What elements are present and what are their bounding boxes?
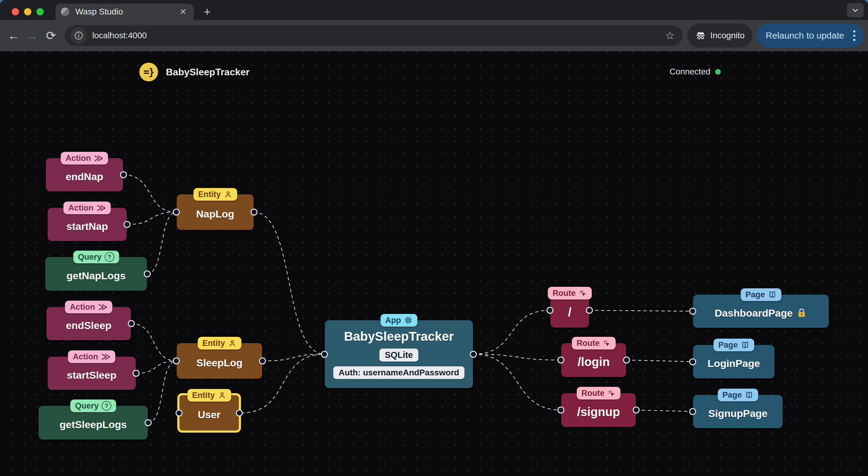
edge-startSleep-SleepLog xyxy=(136,361,177,373)
handle-right[interactable] xyxy=(120,171,127,178)
node-badge: App xyxy=(380,314,417,327)
node-route-login[interactable]: Route/login xyxy=(561,343,626,377)
tab-wasp-studio[interactable]: Wasp Studio ✕ xyxy=(56,4,194,20)
node-User[interactable]: EntityUser xyxy=(177,393,241,433)
browser-menu-icon[interactable] xyxy=(851,29,857,43)
handle-left[interactable] xyxy=(173,209,180,216)
handle-left[interactable] xyxy=(547,307,553,314)
node-title: /login xyxy=(578,351,610,369)
node-badge: Entity xyxy=(197,337,241,349)
handle-left[interactable] xyxy=(321,351,328,358)
node-app[interactable]: AppBabySleepTrackerSQLiteAuth: usernameA… xyxy=(325,320,473,388)
node-badge: Page xyxy=(717,388,758,401)
minimize-window-button[interactable] xyxy=(24,8,31,15)
fullscreen-window-button[interactable] xyxy=(36,8,44,15)
lock-icon xyxy=(796,308,807,318)
forward-button[interactable]: → xyxy=(23,26,42,45)
badge-label: Page xyxy=(746,290,765,300)
connection-status-dot xyxy=(715,69,721,75)
connection-status-label: Connected xyxy=(670,67,710,76)
double-chevron-icon: ≫ xyxy=(96,203,106,212)
node-route-root[interactable]: Route/ xyxy=(550,293,589,328)
edge-app-route-root xyxy=(473,310,550,354)
new-tab-button[interactable]: + xyxy=(199,4,215,20)
node-SignupPage[interactable]: PageSignupPage xyxy=(693,395,783,428)
node-getSleepLogs[interactable]: Query?getSleepLogs xyxy=(39,406,148,440)
close-window-button[interactable] xyxy=(12,8,19,15)
site-info-button[interactable] xyxy=(70,27,87,44)
node-badge: Action≫ xyxy=(61,152,108,165)
tab-close-icon[interactable]: ✕ xyxy=(178,7,188,16)
handle-right[interactable] xyxy=(259,358,266,365)
handle-left[interactable] xyxy=(173,358,180,365)
relaunch-to-update-button[interactable]: Relaunch to update xyxy=(757,24,864,47)
badge-label: Route xyxy=(553,288,576,298)
chevron-down-icon xyxy=(851,6,860,14)
double-chevron-icon: ≫ xyxy=(101,352,111,361)
handle-right[interactable] xyxy=(586,307,593,314)
node-title: getNapLogs xyxy=(66,266,125,282)
node-title: DashboardPage xyxy=(715,304,807,319)
node-SleepLog[interactable]: EntitySleepLog xyxy=(177,343,262,379)
handle-left[interactable] xyxy=(689,358,696,365)
reload-button[interactable]: ⟳ xyxy=(42,26,60,45)
node-startNap[interactable]: Action≫startNap xyxy=(48,208,127,241)
node-title: LoginPage xyxy=(708,354,760,369)
node-getNapLogs[interactable]: Query?getNapLogs xyxy=(45,257,147,291)
node-DashboardPage[interactable]: PageDashboardPage xyxy=(693,295,829,328)
node-badge: Route xyxy=(548,287,592,300)
node-badge: Page xyxy=(741,288,781,301)
edge-getNapLogs-NapLog xyxy=(147,212,177,274)
node-badge: Action≫ xyxy=(65,301,112,313)
traffic-lights xyxy=(12,8,44,15)
handle-right[interactable] xyxy=(251,209,257,216)
handle-right[interactable] xyxy=(633,407,640,414)
incognito-badge: Incognito xyxy=(687,24,752,47)
node-badge: Action≫ xyxy=(68,350,115,363)
node-title: endNap xyxy=(66,167,103,182)
tab-strip: Wasp Studio ✕ + xyxy=(0,0,868,20)
node-endNap[interactable]: Action≫endNap xyxy=(46,158,123,191)
node-NapLog[interactable]: EntityNapLog xyxy=(177,194,254,230)
handle-left[interactable] xyxy=(689,408,696,415)
handle-left[interactable] xyxy=(689,308,696,315)
handle-right[interactable] xyxy=(124,221,131,228)
cursor-click-icon xyxy=(579,289,587,297)
back-button[interactable]: ← xyxy=(4,26,23,45)
url-bar[interactable]: localhost:4000 ☆ xyxy=(65,25,683,46)
badge-label: Route xyxy=(577,339,600,348)
handle-left[interactable] xyxy=(557,357,564,364)
tab-search-chevron-button[interactable] xyxy=(847,3,864,18)
node-LoginPage[interactable]: PageLoginPage xyxy=(693,345,775,378)
node-title: getSleepLogs xyxy=(60,415,127,431)
relaunch-label: Relaunch to update xyxy=(766,30,844,41)
studio-canvas[interactable]: Action≫endNapAction≫startNapQuery?getNap… xyxy=(0,51,868,476)
handle-left[interactable] xyxy=(557,407,564,414)
badge-label: Action xyxy=(68,203,93,213)
handle-right[interactable] xyxy=(145,419,152,426)
browser-window: Wasp Studio ✕ + ← → ⟳ localhost:4000 ☆ I… xyxy=(0,0,868,476)
handle-right[interactable] xyxy=(470,351,477,358)
person-icon xyxy=(218,391,226,400)
node-route-signup[interactable]: Route/signup xyxy=(561,393,636,427)
badge-label: Page xyxy=(718,340,738,350)
edge-SleepLog-app xyxy=(262,354,325,361)
incognito-icon xyxy=(695,30,706,41)
question-circle-icon: ? xyxy=(102,401,111,411)
chip-icon xyxy=(404,316,412,325)
badge-label: Action xyxy=(65,154,91,163)
handle-right[interactable] xyxy=(236,409,243,416)
handle-right[interactable] xyxy=(623,357,630,364)
node-title: SleepLog xyxy=(196,353,243,369)
edge-endSleep-SleepLog xyxy=(131,324,177,361)
tab-favicon-icon xyxy=(61,7,69,16)
node-startSleep[interactable]: Action≫startSleep xyxy=(48,357,136,390)
handle-right[interactable] xyxy=(128,320,135,327)
handle-right[interactable] xyxy=(133,370,140,377)
badge-label: App xyxy=(385,316,401,325)
handle-right[interactable] xyxy=(144,271,151,277)
handle-left[interactable] xyxy=(176,409,183,416)
node-endSleep[interactable]: Action≫endSleep xyxy=(46,307,131,340)
question-circle-icon: ? xyxy=(105,252,114,262)
bookmark-star-icon[interactable]: ☆ xyxy=(665,29,677,42)
